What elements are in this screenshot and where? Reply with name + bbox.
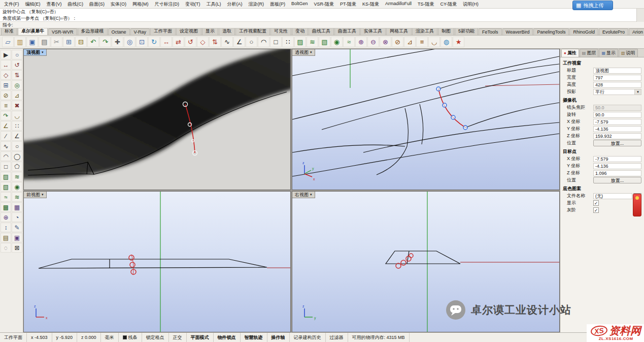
cut-icon[interactable]: ✂ (51, 37, 62, 47)
floating-badge-icon[interactable] (633, 194, 641, 216)
viewport-title-right[interactable]: 右视图 ▾ (292, 192, 315, 198)
trim-icon[interactable]: ⊘ (392, 37, 403, 47)
property-value-field[interactable]: -4.136 (593, 163, 641, 169)
trim-icon[interactable]: ⊘ (1, 90, 11, 100)
chevron-down-icon[interactable]: ▾ (310, 50, 312, 54)
panel-tab-属性[interactable]: ●属性 (561, 49, 579, 57)
point-icon[interactable]: ∷ (12, 121, 22, 131)
control-point[interactable] (436, 87, 440, 91)
control-point[interactable] (463, 126, 467, 130)
place-button[interactable]: 放置... (593, 140, 641, 146)
scale-icon[interactable]: ◇ (197, 37, 209, 47)
hide-icon[interactable]: ◌ (1, 243, 11, 253)
dimension-icon[interactable]: ↕ (1, 223, 11, 232)
menu-item-TS-随意[interactable]: TS-随意 (415, 1, 437, 8)
split-icon[interactable]: ⊿ (12, 90, 22, 100)
lasso-select-icon[interactable]: ○ (12, 50, 22, 59)
status-grid-snap-toggle[interactable]: 锁定格点 (142, 333, 169, 342)
menu-item-实体(O)[interactable]: 实体(O) (108, 1, 129, 8)
menu-item-CY-随意[interactable]: CY-随意 (437, 1, 460, 8)
render-icon[interactable]: ★ (453, 37, 464, 47)
tab-工作视窗配置[interactable]: 工作视窗配置 (235, 28, 270, 35)
menu-item-编辑(E)[interactable]: 编辑(E) (22, 1, 44, 8)
lock-icon[interactable]: ⊠ (12, 243, 22, 253)
open-file-icon[interactable]: ▥ (14, 37, 26, 47)
tab-卓尔谟犀牛[interactable]: 卓尔谟犀牛 (18, 28, 48, 35)
split-icon[interactable]: ⊿ (404, 37, 416, 47)
property-value-field[interactable]: 90.0 (593, 112, 641, 118)
viewport-title-top[interactable]: 顶视图 ▾ (24, 49, 47, 56)
redo-icon[interactable]: ↷ (99, 37, 111, 47)
copy-object-icon[interactable]: ⇄ (173, 37, 184, 47)
tab-Arion[interactable]: Arion (629, 28, 644, 35)
property-value-field[interactable]: -4.136 (593, 126, 641, 132)
viewport-title-front[interactable]: 前视图 ▾ (24, 192, 47, 198)
tab-FeTools[interactable]: FeTools (479, 28, 502, 35)
sweep2-icon[interactable]: ≋ (12, 192, 22, 202)
polygon-icon[interactable]: ⬠ (12, 162, 22, 171)
status-ortho-toggle[interactable]: 正交 (169, 333, 187, 342)
viewport-title-perspective[interactable]: 透视图 ▾ (292, 49, 315, 56)
status-layer-pane[interactable]: 线条 (119, 333, 142, 342)
polyline-icon[interactable]: ∠ (12, 131, 22, 141)
menu-item-面板(P)[interactable]: 面板(P) (267, 1, 288, 8)
tab-VSR-WVR[interactable]: VSR-WVR (48, 28, 77, 35)
tab-WeaverBird[interactable]: WeaverBird (502, 28, 533, 35)
checkbox[interactable]: ✓ (593, 200, 599, 206)
arc-icon[interactable]: ◠ (258, 37, 269, 47)
menu-item-变动(T)[interactable]: 变动(T) (182, 1, 204, 8)
property-value-field[interactable]: 159.932 (593, 133, 641, 139)
rectangle-icon[interactable]: □ (270, 37, 282, 47)
ellipse-icon[interactable]: ◯ (12, 151, 22, 161)
tab-选取[interactable]: 选取 (219, 28, 235, 35)
scale-icon[interactable]: ◇ (1, 70, 11, 80)
menu-item-渲染(R)[interactable]: 渲染(R) (246, 1, 267, 8)
boolean-difference-icon[interactable]: ⊖ (367, 37, 379, 47)
paste-icon[interactable]: ⊟ (75, 37, 87, 47)
menu-item-VSR-随意[interactable]: VSR-随意 (311, 1, 337, 8)
tab-变动[interactable]: 变动 (292, 28, 308, 35)
rotate-view-icon[interactable]: ↻ (148, 37, 160, 47)
surface-icon[interactable]: ▨ (294, 37, 306, 47)
property-value-field[interactable]: 50.0 (593, 105, 641, 111)
boolean-intersection-icon[interactable]: ⊗ (380, 37, 391, 47)
tab-制图[interactable]: 制图 (438, 28, 454, 35)
menu-item-分析(A)[interactable]: 分析(A) (224, 1, 246, 8)
tab-EvolutePro[interactable]: EvolutePro (599, 28, 628, 35)
print-icon[interactable]: ▤ (39, 37, 50, 47)
zoom-extents-icon[interactable]: ⊡ (136, 37, 148, 47)
panel-tab-图层[interactable]: ▤图层 (580, 49, 599, 57)
status-filter-pane[interactable]: 过滤器 (326, 333, 348, 342)
upload-button[interactable]: ▦ 拖拽上传 (572, 1, 613, 10)
copy-icon[interactable]: ⊞ (63, 37, 75, 47)
tab-实体工具[interactable]: 实体工具 (360, 28, 386, 35)
new-file-icon[interactable]: ▱ (2, 37, 14, 47)
fillet-icon[interactable]: ◡ (12, 111, 22, 120)
tab-设定视图[interactable]: 设定视图 (176, 28, 201, 35)
menu-item-工具(L)[interactable]: 工具(L) (204, 1, 224, 8)
select-icon[interactable]: ▶ (1, 50, 11, 59)
chamfer-icon[interactable]: ∠ (1, 121, 11, 131)
text-icon[interactable]: ✎ (12, 223, 22, 232)
viewport-top[interactable]: 顶视图 ▾ (23, 49, 291, 190)
menu-item-KS-随意[interactable]: KS-随意 (359, 1, 382, 8)
command-prompt-input[interactable]: 指令: (0, 22, 644, 28)
menu-item-查看(V)[interactable]: 查看(V) (44, 1, 65, 8)
menu-item-文件(F)[interactable]: 文件(F) (1, 1, 22, 8)
revolve-icon[interactable]: ◉ (331, 37, 343, 47)
curve-icon[interactable]: ∿ (221, 37, 233, 47)
panel-tab-显示[interactable]: ▦显示 (599, 49, 618, 57)
tab-标准[interactable]: 标准 (1, 28, 17, 35)
sweep1-icon[interactable]: ≈ (1, 192, 11, 202)
menu-item-PT-随意[interactable]: PT-随意 (337, 1, 359, 8)
line-icon[interactable]: ∕ (1, 131, 11, 141)
tab-可见性[interactable]: 可见性 (270, 28, 291, 35)
status-smarttrack-toggle[interactable]: 智慧轨迹 (241, 333, 267, 342)
block-icon[interactable]: ▣ (12, 233, 22, 242)
tab-RhinoGold[interactable]: RhinoGold (569, 28, 598, 35)
hatch-icon[interactable]: ▤ (1, 233, 11, 242)
mesh-icon[interactable]: ▦ (12, 202, 22, 212)
tab-曲面工具[interactable]: 曲面工具 (334, 28, 360, 35)
chevron-down-icon[interactable]: ▾ (42, 50, 44, 54)
chevron-down-icon[interactable]: ▾ (634, 89, 641, 95)
